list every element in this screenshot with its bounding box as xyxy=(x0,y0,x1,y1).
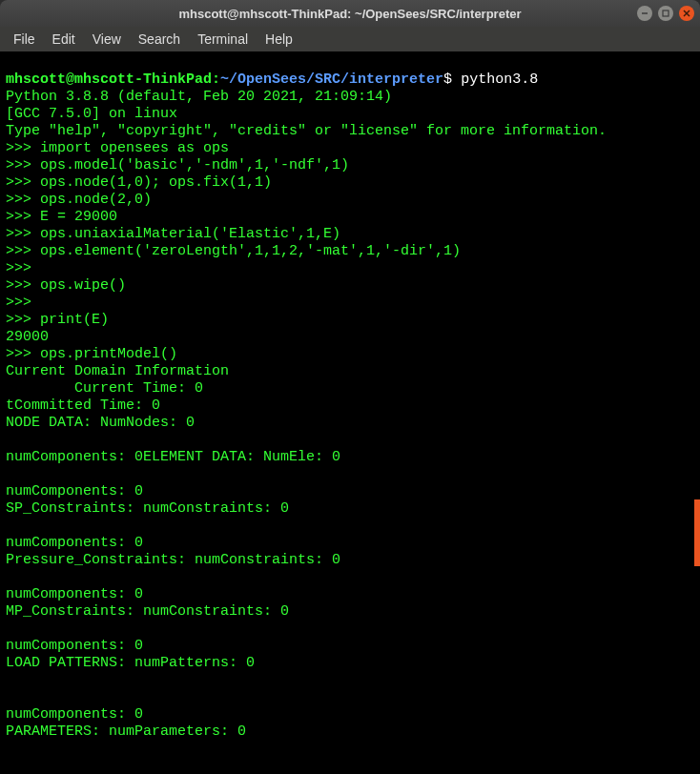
menu-file[interactable]: File xyxy=(6,29,43,50)
window-titlebar: mhscott@mhscott-ThinkPad: ~/OpenSees/SRC… xyxy=(0,0,700,27)
terminal-line: numComponents: 0 xyxy=(6,638,143,654)
terminal-line: Python 3.8.8 (default, Feb 20 2021, 21:0… xyxy=(6,89,392,105)
menu-help[interactable]: Help xyxy=(257,29,300,50)
terminal-line: Current Domain Information xyxy=(6,363,229,379)
minimize-icon[interactable] xyxy=(637,6,652,21)
terminal-line: >>> xyxy=(6,295,31,311)
menu-view[interactable]: View xyxy=(85,29,129,50)
terminal-line: 29000 xyxy=(6,329,49,345)
terminal-line: numComponents: 0 xyxy=(6,586,143,602)
terminal-line: [GCC 7.5.0] on linux xyxy=(6,106,177,122)
terminal-line: numComponents: 0ELEMENT DATA: NumEle: 0 xyxy=(6,449,340,465)
terminal-line: NODE DATA: NumNodes: 0 xyxy=(6,415,195,431)
terminal-line: PARAMETERS: numParameters: 0 xyxy=(6,723,246,740)
prompt-userhost: mhscott@mhscott-ThinkPad xyxy=(6,71,212,88)
terminal-line: LOAD PATTERNS: numPatterns: 0 xyxy=(6,655,255,671)
terminal-line: numComponents: 0 xyxy=(6,706,143,723)
terminal-line: >>> ops.wipe() xyxy=(6,277,126,294)
terminal-line: >>> ops.uniaxialMaterial('Elastic',1,E) xyxy=(6,226,340,242)
terminal-line: >>> print(E) xyxy=(6,312,109,328)
svg-rect-1 xyxy=(663,10,669,16)
prompt-dollar: $ xyxy=(443,71,461,88)
terminal-line: >>> ops.node(2,0) xyxy=(6,192,152,208)
terminal-line: numComponents: 0 xyxy=(6,483,143,499)
terminal-line: SP_Constraints: numConstraints: 0 xyxy=(6,500,289,517)
prompt-colon: : xyxy=(212,71,220,88)
window-controls xyxy=(637,6,694,21)
prompt-path: ~/OpenSees/SRC/interpreter xyxy=(220,71,443,88)
shell-command: python3.8 xyxy=(461,71,538,88)
menubar: File Edit View Search Terminal Help xyxy=(0,27,700,51)
terminal-line: >>> ops.model('basic','-ndm',1,'-ndf',1) xyxy=(6,157,349,173)
terminal-line: Type "help", "copyright", "credits" or "… xyxy=(6,123,607,139)
terminal-line: >>> import opensees as ops xyxy=(6,140,229,156)
terminal-line: >>> ops.printModel() xyxy=(6,346,177,362)
terminal-line: >>> xyxy=(6,260,31,276)
terminal-line: >>> ops.node(1,0); ops.fix(1,1) xyxy=(6,174,272,191)
terminal-line: MP_Constraints: numConstraints: 0 xyxy=(6,603,289,620)
terminal-line: >>> E = 29000 xyxy=(6,209,117,225)
menu-terminal[interactable]: Terminal xyxy=(190,29,256,50)
scrollbar-thumb[interactable] xyxy=(694,499,700,566)
close-icon[interactable] xyxy=(679,6,694,21)
terminal-line: Pressure_Constraints: numConstraints: 0 xyxy=(6,552,340,568)
terminal-line: tCommitted Time: 0 xyxy=(6,397,160,414)
terminal-area[interactable]: mhscott@mhscott-ThinkPad:~/OpenSees/SRC/… xyxy=(0,51,700,774)
terminal-line: numComponents: 0 xyxy=(6,535,143,551)
menu-search[interactable]: Search xyxy=(131,29,188,50)
terminal-line: Current Time: 0 xyxy=(6,380,203,397)
terminal-line: >>> ops.element('zeroLength',1,1,2,'-mat… xyxy=(6,243,461,259)
window-title: mhscott@mhscott-ThinkPad: ~/OpenSees/SRC… xyxy=(178,7,521,21)
menu-edit[interactable]: Edit xyxy=(45,29,83,50)
maximize-icon[interactable] xyxy=(658,6,673,21)
